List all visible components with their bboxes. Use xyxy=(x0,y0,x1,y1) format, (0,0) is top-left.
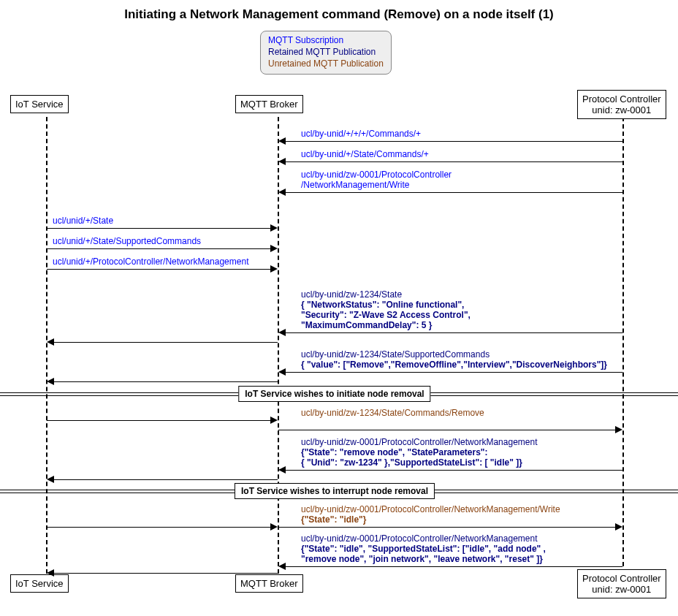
legend-box: MQTT Subscription Retained MQTT Publicat… xyxy=(260,31,392,75)
msg-sub-nm-write-line2: /NetworkManagement/Write xyxy=(301,180,410,190)
arrow-head-icon xyxy=(278,189,286,196)
arrow-head-icon xyxy=(47,569,54,577)
legend-subscription: MQTT Subscription xyxy=(268,34,384,46)
msg-pub-state-topic: ucl/by-unid/zw-1234/State xyxy=(301,289,402,300)
arrow-head-icon xyxy=(278,466,286,474)
arrow-head-icon xyxy=(615,426,622,433)
msg-pub-supportedcmds-topic: ucl/by-unid/zw-1234/State/SupportedComma… xyxy=(301,349,490,360)
arrow-head-icon xyxy=(270,523,278,531)
legend-retained: Retained MQTT Publication xyxy=(268,46,384,58)
divider-initiate-label: IoT Service wishes to initiate node remo… xyxy=(238,386,430,402)
msg-cmd-remove: ucl/by-unid/zw-1234/State/Commands/Remov… xyxy=(301,408,484,418)
arrow-head-icon xyxy=(47,378,54,385)
diagram-title: Initiating a Network Management command … xyxy=(0,0,678,22)
arrow-head-icon xyxy=(278,137,286,145)
msg-cmd-idle-body: {"State": "idle"} xyxy=(301,514,366,525)
arrow-head-icon xyxy=(278,158,286,165)
arrow-head-icon xyxy=(615,523,622,531)
msg-cmd-idle-topic: ucl/by-unid/zw-0001/ProtocolController/N… xyxy=(301,504,560,514)
participant-pc-bottom: Protocol Controller unid: zw-0001 xyxy=(577,569,666,598)
msg-pub-nm-remove-l1: {"State": "remove node", "StateParameter… xyxy=(301,447,488,457)
msg-sub-state-commands: ucl/by-unid/+/State/Commands/+ xyxy=(301,149,429,159)
participant-iot-bottom: IoT Service xyxy=(10,574,69,593)
arrow-head-icon xyxy=(270,265,278,273)
participant-broker-top: MQTT Broker xyxy=(235,95,303,113)
lifeline-pc xyxy=(622,117,624,574)
arrow-head-icon xyxy=(270,245,278,252)
legend-unretained: Unretained MQTT Publication xyxy=(268,58,384,69)
arrow-head-icon xyxy=(47,476,54,483)
arrow-head-icon xyxy=(278,329,286,336)
msg-pub-state-l3: "MaximumCommandDelay": 5 } xyxy=(301,320,432,330)
msg-pub-nm-idle-topic: ucl/by-unid/zw-0001/ProtocolController/N… xyxy=(301,533,537,544)
msg-sub-nm-write-line1: ucl/by-unid/zw-0001/ProtocolController xyxy=(301,170,452,180)
msg-pub-nm-remove-l2: { "Unid": "zw-1234" },"SupportedStateLis… xyxy=(301,457,522,468)
participant-broker-bottom: MQTT Broker xyxy=(235,574,303,593)
arrow-head-icon xyxy=(278,563,286,570)
msg-pub-nm-idle-l1: {"State": "idle", "SupportedStateList": … xyxy=(301,544,546,554)
arrow-head-icon xyxy=(270,224,278,232)
msg-pub-state-l1: { "NetworkStatus": "Online functional", xyxy=(301,300,464,310)
lifeline-broker xyxy=(278,117,279,574)
msg-sub-commands: ucl/by-unid/+/+/+/Commands/+ xyxy=(301,129,421,139)
msg-sub-iot-nm: ucl/unid/+/ProtocolController/NetworkMan… xyxy=(53,256,248,267)
msg-pub-nm-idle-l2: "remove node", "join network", "leave ne… xyxy=(301,554,543,564)
participant-pc-top: Protocol Controller unid: zw-0001 xyxy=(577,90,666,119)
msg-pub-supportedcmds-body: { "value": ["Remove","RemoveOffline","In… xyxy=(301,360,607,370)
divider-interrupt-label: IoT Service wishes to interrupt node rem… xyxy=(235,483,435,499)
arrow-head-icon xyxy=(47,338,54,346)
msg-sub-iot-supportedcmds: ucl/unid/+/State/SupportedCommands xyxy=(53,236,201,246)
msg-pub-state-l2: "Security": "Z-Wave S2 Access Control", xyxy=(301,310,471,320)
participant-iot-top: IoT Service xyxy=(10,95,69,113)
msg-sub-iot-state: ucl/unid/+/State xyxy=(53,216,113,226)
msg-pub-nm-remove-topic: ucl/by-unid/zw-0001/ProtocolController/N… xyxy=(301,437,537,447)
arrow-head-icon xyxy=(270,417,278,424)
arrow-head-icon xyxy=(278,368,286,376)
